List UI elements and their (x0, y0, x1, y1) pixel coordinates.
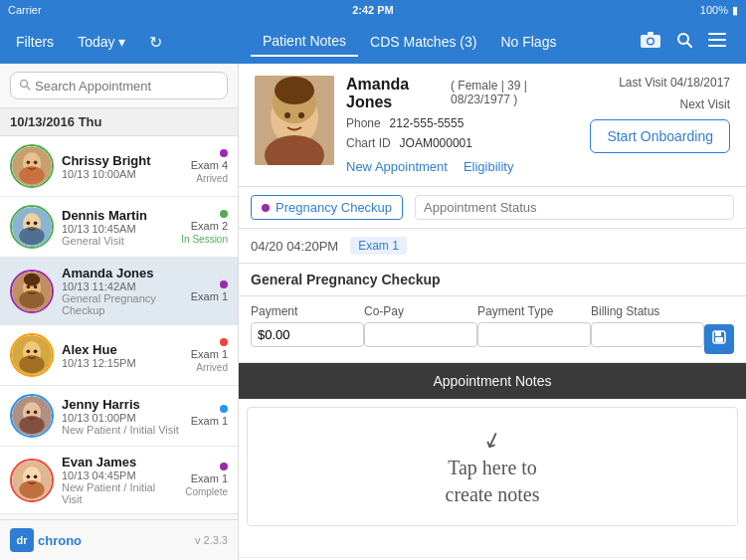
svg-point-35 (27, 411, 31, 415)
status-bar: Carrier 2:42 PM 100% ▮ (0, 0, 746, 20)
notes-area[interactable]: ↙ Tap here to create notes (247, 407, 738, 526)
nav-left: Filters Today ▾ ↻ (0, 29, 239, 56)
patient-info: Jenny Harris 10/13 01:00PM New Patient /… (62, 397, 183, 436)
search-input[interactable] (35, 79, 219, 93)
svg-point-20 (34, 222, 38, 226)
avatar (10, 270, 54, 313)
appointment-type-tag: Pregnancy Checkup (251, 195, 403, 220)
start-onboarding-button[interactable]: Start Onboarding (590, 119, 730, 153)
copay-input[interactable] (364, 322, 477, 347)
billing-status-input[interactable] (591, 322, 704, 347)
svg-point-14 (27, 161, 31, 165)
today-label: Today (78, 34, 114, 50)
patient-item[interactable]: Chrissy Bright 10/13 10:00AM Exam 4 Arri… (0, 136, 238, 197)
avatar (10, 333, 54, 377)
refresh-button[interactable]: ↻ (141, 29, 170, 56)
tap-arrow-icon: ↙ (479, 425, 505, 456)
nav-right: Patient Notes CDS Matches (3) No Flags (239, 27, 746, 57)
tab-no-flags[interactable]: No Flags (488, 28, 568, 56)
nav-bar: Filters Today ▾ ↻ Patient Notes CDS Matc… (0, 20, 746, 64)
save-payment-button[interactable] (704, 324, 734, 354)
payment-type-input[interactable] (477, 322, 591, 347)
svg-line-5 (687, 43, 691, 47)
svg-point-47 (275, 77, 314, 104)
patient-info: Evan James 10/13 04:45PM New Patient / I… (62, 455, 177, 505)
svg-rect-7 (708, 39, 726, 41)
eligibility-button[interactable]: Eligibility (464, 159, 514, 174)
avatar (10, 394, 54, 438)
status-dot (220, 338, 228, 346)
patient-actions: Last Visit 04/18/2017 Next Visit Start O… (590, 76, 730, 153)
status-dot (220, 210, 228, 218)
payment-input[interactable] (251, 322, 364, 347)
camera-button[interactable] (633, 28, 668, 56)
patient-list: Chrissy Bright 10/13 10:00AM Exam 4 Arri… (0, 136, 238, 519)
battery-icon: ▮ (732, 4, 738, 17)
filters-label: Filters (16, 34, 54, 50)
status-dot (220, 280, 228, 288)
svg-point-30 (27, 350, 31, 354)
search-button[interactable] (668, 28, 700, 56)
filters-button[interactable]: Filters (8, 30, 62, 54)
patient-info: Chrissy Bright 10/13 10:00AM (62, 153, 183, 180)
patient-item[interactable]: Alex Hue 10/13 12:15PM Exam 1 Arrived (0, 325, 238, 386)
patient-item-active[interactable]: Amanda Jones 10/13 11:42AM General Pregn… (0, 258, 238, 325)
content-area: Amanda Jones ( Female | 39 | 08/23/1977 … (239, 64, 746, 560)
patient-meta: Exam 2 In Session (181, 210, 228, 245)
status-dot (220, 463, 228, 470)
svg-point-19 (27, 222, 31, 226)
svg-point-36 (34, 411, 38, 415)
patient-meta: Exam 1 Complete (185, 463, 228, 497)
patient-item[interactable]: Jenny Harris 10/13 01:00PM New Patient /… (0, 386, 238, 447)
svg-point-41 (34, 474, 38, 478)
avatar (10, 205, 54, 249)
search-icon (676, 34, 692, 51)
save-icon (712, 330, 726, 348)
menu-icon (708, 33, 726, 50)
svg-rect-8 (708, 45, 726, 47)
svg-point-46 (298, 112, 304, 118)
new-appointment-button[interactable]: New Appointment (346, 159, 448, 174)
status-right: 100% ▮ (700, 4, 738, 17)
tab-cds-matches[interactable]: CDS Matches (3) (358, 28, 488, 56)
camera-icon (641, 34, 660, 51)
tab-patient-notes[interactable]: Patient Notes (251, 27, 358, 57)
patient-item[interactable]: Dennis Martin 10/13 10:45AM General Visi… (0, 197, 238, 258)
patient-meta: Exam 1 (191, 280, 228, 302)
search-input-wrap (10, 72, 228, 99)
dr-chrono-logo: dr chrono (10, 528, 82, 552)
version-label: v 2.3.3 (195, 534, 228, 546)
search-icon (19, 77, 31, 94)
sidebar: 10/13/2016 Thu Chrissy Bright 10/13 10:0… (0, 64, 239, 560)
appt-dot (262, 204, 270, 212)
patient-header: Amanda Jones ( Female | 39 | 08/23/1977 … (239, 64, 746, 187)
patient-photo (255, 76, 334, 165)
exam-tag: Exam 1 (350, 237, 407, 255)
patient-item[interactable]: Evan James 10/13 04:45PM New Patient / I… (0, 447, 238, 514)
patient-meta: Exam 4 Arrived (191, 149, 228, 184)
time-label: 2:42 PM (352, 4, 394, 16)
menu-button[interactable] (700, 29, 734, 55)
patient-info: Amanda Jones 10/13 11:42AM General Pregn… (62, 266, 183, 316)
svg-rect-3 (648, 32, 653, 35)
today-button[interactable]: Today ▾ (70, 30, 133, 54)
note-lines (239, 534, 746, 560)
patient-details: Amanda Jones ( Female | 39 | 08/23/1977 … (346, 76, 578, 174)
section-title: General Pregnancy Checkup (239, 264, 746, 296)
status-dot (220, 405, 228, 413)
svg-point-40 (27, 474, 31, 478)
carrier-label: Carrier (8, 4, 42, 16)
date-header: 10/13/2016 Thu (0, 108, 238, 136)
svg-point-15 (34, 161, 38, 165)
payment-grid: Payment Co-Pay Payment Type Billing Stat… (239, 296, 746, 363)
svg-rect-50 (715, 331, 721, 336)
svg-point-2 (649, 39, 653, 44)
patient-info: Dennis Martin 10/13 10:45AM General Visi… (62, 208, 173, 247)
svg-line-10 (27, 87, 30, 90)
svg-point-31 (34, 350, 38, 354)
appointment-status-input[interactable] (415, 195, 734, 220)
status-dot (220, 149, 228, 157)
patient-meta: Exam 1 (191, 405, 228, 427)
svg-rect-51 (715, 337, 723, 342)
chevron-down-icon: ▾ (118, 34, 125, 50)
